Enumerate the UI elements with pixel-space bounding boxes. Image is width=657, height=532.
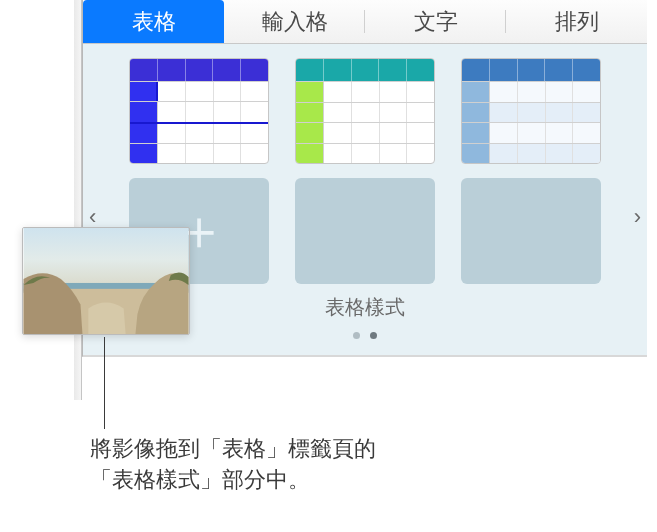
page-dot-2[interactable] (370, 332, 377, 339)
callout-leader-line (104, 337, 105, 429)
page-dot-1[interactable] (353, 332, 360, 339)
table-style-2[interactable] (295, 58, 435, 164)
styles-next-button[interactable]: › (634, 204, 641, 230)
callout-line-1: 將影像拖到「表格」標籤頁的 (90, 434, 376, 465)
inspector-tabbar: 表格 輸入格 文字 排列 (83, 0, 647, 44)
dragged-image-thumbnail[interactable] (22, 227, 190, 335)
empty-style-slot-1[interactable] (295, 178, 435, 284)
empty-style-slot-2[interactable] (461, 178, 601, 284)
table-style-3[interactable] (461, 58, 601, 164)
callout-text: 將影像拖到「表格」標籤頁的 「表格樣式」部分中。 (90, 434, 376, 496)
beach-photo-icon (23, 228, 189, 334)
table-style-1[interactable] (129, 58, 269, 164)
tab-text[interactable]: 文字 (365, 0, 506, 43)
tab-arrange[interactable]: 排列 (506, 0, 647, 43)
tab-cell[interactable]: 輸入格 (224, 0, 365, 43)
callout-line-2: 「表格樣式」部分中。 (90, 465, 376, 496)
table-styles-row (105, 58, 625, 164)
sidebar-edge (74, 0, 82, 400)
tab-table[interactable]: 表格 (83, 0, 224, 43)
